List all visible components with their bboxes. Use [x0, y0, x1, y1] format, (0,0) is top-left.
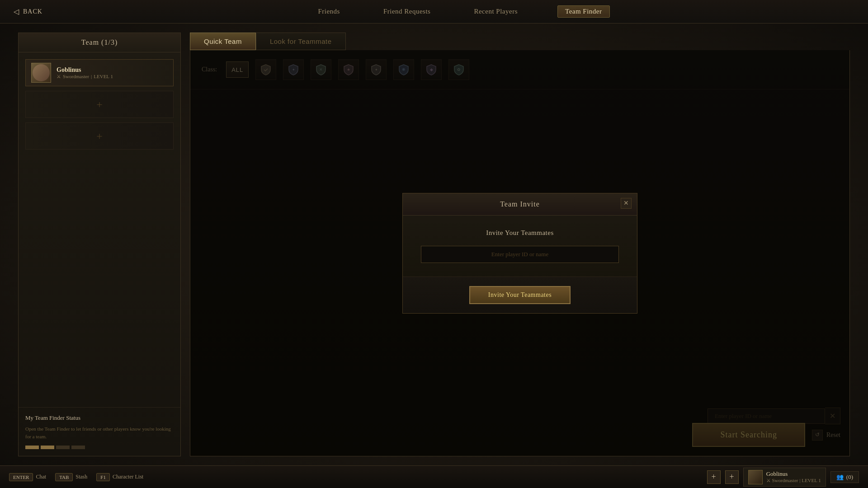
bottom-avatar	[748, 470, 763, 484]
tab-recent-players[interactable]: Recent Players	[470, 6, 521, 17]
back-button[interactable]: ◁ BACK	[0, 7, 56, 16]
left-panel: Team (1/3) Goblinus ⚔ Swordmaster | LEVE…	[18, 33, 181, 456]
team-status-desc: Open the Team Finder to let friends or o…	[25, 425, 174, 440]
modal-subtitle: Invite Your Teammates	[421, 229, 619, 237]
modal-search-input[interactable]	[421, 246, 619, 263]
bottom-player-name: Goblinus	[766, 470, 821, 478]
bottom-bar: ENTER Chat TAB Stash F1 Character List +…	[0, 465, 868, 488]
status-segment-2	[41, 446, 54, 449]
member-avatar-1	[31, 63, 51, 83]
add-member-icon-2: +	[96, 130, 103, 142]
top-navigation: ◁ BACK Friends Friend Requests Recent Pl…	[0, 0, 868, 23]
enter-key-label: Chat	[36, 474, 46, 480]
team-slot-empty-1[interactable]: +	[25, 91, 174, 118]
hotkey-f1: F1 Character List	[96, 473, 143, 481]
add-member-icon-1: +	[96, 99, 103, 111]
hotkey-enter: ENTER Chat	[9, 473, 46, 481]
f1-key-badge: F1	[96, 473, 110, 481]
bottom-player-class: ⚔ Swordmaster | LEVEL 1	[766, 478, 821, 483]
back-label: BACK	[23, 8, 42, 15]
main-content: Team (1/3) Goblinus ⚔ Swordmaster | LEVE…	[0, 23, 868, 465]
party-count: (0)	[846, 474, 853, 481]
finder-tab-buttons: Quick Team Look for Teammate	[190, 33, 850, 50]
bottom-party-button[interactable]: 👥 (0)	[830, 471, 859, 483]
sword-icon: ⚔	[57, 74, 61, 80]
enter-key-badge: ENTER	[9, 473, 33, 481]
status-segment-4	[71, 446, 85, 449]
modal-footer: Invite Your Teammates	[403, 277, 637, 313]
team-member-1: Goblinus ⚔ Swordmaster | LEVEL 1	[25, 59, 174, 86]
bottom-add-btn-2[interactable]: +	[725, 470, 739, 484]
tab-look-teammate[interactable]: Look for Teammate	[256, 33, 346, 50]
status-bar	[25, 446, 174, 449]
team-invite-modal: Team Invite ✕ Invite Your Teammates Invi…	[402, 193, 637, 314]
nav-tabs: Friends Friend Requests Recent Players T…	[56, 5, 868, 18]
team-header: Team (1/3)	[19, 33, 180, 52]
modal-close-button[interactable]: ✕	[621, 198, 632, 209]
team-members-list: Goblinus ⚔ Swordmaster | LEVEL 1 + +	[19, 52, 180, 407]
modal-body: Invite Your Teammates	[403, 216, 637, 277]
bottom-right: + + Goblinus ⚔ Swordmaster | LEVEL 1 👥 (…	[707, 468, 859, 487]
hotkey-tab: TAB Stash	[55, 473, 87, 481]
member-name-1: Goblinus	[57, 66, 168, 74]
bottom-player-info: Goblinus ⚔ Swordmaster | LEVEL 1	[743, 468, 826, 487]
f1-key-label: Character List	[113, 474, 143, 480]
status-segment-3	[56, 446, 70, 449]
member-class-1: ⚔ Swordmaster | LEVEL 1	[57, 74, 168, 80]
team-slot-empty-2[interactable]: +	[25, 122, 174, 150]
tab-team-finder[interactable]: Team Finder	[557, 5, 610, 18]
member-info-1: Goblinus ⚔ Swordmaster | LEVEL 1	[57, 66, 168, 80]
tab-key-label: Stash	[75, 474, 87, 480]
right-panel: Quick Team Look for Teammate Class: ALL	[190, 33, 850, 456]
tab-quick-team[interactable]: Quick Team	[190, 33, 256, 50]
team-status-section: My Team Finder Status Open the Team Find…	[19, 407, 180, 456]
party-icon: 👥	[836, 474, 844, 481]
bottom-add-btn-1[interactable]: +	[707, 470, 721, 484]
invite-teammates-button[interactable]: Invite Your Teammates	[469, 286, 571, 304]
finder-content: Class: ALL ✦	[190, 50, 850, 456]
status-segment-1	[25, 446, 39, 449]
team-status-title: My Team Finder Status	[25, 414, 174, 422]
tab-key-badge: TAB	[55, 473, 73, 481]
tab-friends[interactable]: Friends	[314, 6, 344, 17]
bottom-player-details: Goblinus ⚔ Swordmaster | LEVEL 1	[766, 470, 821, 483]
bottom-sword-icon: ⚔	[766, 478, 771, 483]
back-arrow-icon: ◁	[14, 7, 19, 16]
avatar-face-1	[33, 64, 50, 81]
modal-title: Team Invite	[403, 193, 637, 216]
tab-friend-requests[interactable]: Friend Requests	[380, 6, 434, 17]
modal-overlay: Team Invite ✕ Invite Your Teammates Invi…	[190, 50, 849, 456]
